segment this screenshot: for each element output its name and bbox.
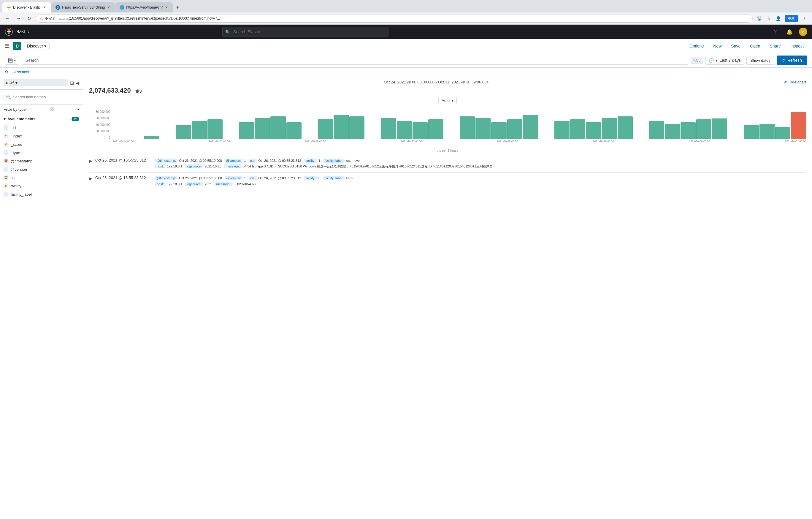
bar-13[interactable] <box>318 119 333 139</box>
app-badge[interactable]: D <box>13 42 21 50</box>
app-title-button[interactable]: Discover ▾ <box>24 42 50 50</box>
bar-18[interactable] <box>397 121 412 139</box>
field-type-badge-_id: t <box>4 125 8 130</box>
tab-close-syncthing[interactable]: ✕ <box>107 5 111 10</box>
bar-26[interactable] <box>523 115 538 139</box>
bookmark-icon[interactable]: ☆ <box>764 14 773 23</box>
tab-url[interactable]: 🌐 https://--/web/frame/cn/ ✕ <box>115 2 173 12</box>
bar-31[interactable] <box>602 118 617 139</box>
save-query-button[interactable]: 💾 ▾ <box>5 56 19 65</box>
bar-4[interactable] <box>176 125 191 139</box>
time-picker[interactable]: 🕐 ▾ Last 7 days <box>705 56 744 65</box>
bar-8[interactable] <box>239 122 254 139</box>
bar-32[interactable] <box>618 116 633 139</box>
field-item-_id[interactable]: t_id <box>0 124 83 132</box>
bar-19[interactable] <box>412 122 428 139</box>
menu-icon[interactable]: ⋮ <box>800 14 808 23</box>
field-item-cst[interactable]: 📅cst <box>0 173 83 182</box>
bar-28[interactable] <box>554 121 570 139</box>
share-button[interactable]: Share <box>766 42 784 50</box>
show-dates-button[interactable]: Show dates <box>746 56 774 65</box>
field-search-input[interactable] <box>4 93 79 101</box>
bar-22[interactable] <box>460 116 475 139</box>
address-text: 不安全 | 三三三:16:5601/app/discover#/?_g=(fil… <box>45 16 749 21</box>
search-input[interactable] <box>22 56 688 65</box>
field-tag-host-1: host: <box>155 164 165 168</box>
bar-11[interactable] <box>286 122 301 139</box>
new-button[interactable]: New <box>709 42 725 50</box>
bar-2[interactable] <box>144 136 160 139</box>
bar-6[interactable] <box>207 119 223 139</box>
bar-10[interactable] <box>270 116 286 139</box>
expand-row-1[interactable]: ▶ <box>89 159 92 169</box>
cast-icon[interactable]: 📡 <box>755 14 763 23</box>
bar-17[interactable] <box>381 118 396 139</box>
help-icon[interactable]: ? <box>771 27 780 36</box>
timestamp-text-1: Oct 25, 2021 @ 16:55:23.312 <box>95 158 146 162</box>
bar-9[interactable] <box>255 118 270 139</box>
field-item-@timestamp[interactable]: 📅@timestamp <box>0 157 83 165</box>
field-item-@version[interactable]: t@version <box>0 165 83 173</box>
filter-by-type[interactable]: Filter by type 0 ▾ <box>0 105 83 114</box>
profile-icon[interactable]: 👤 <box>774 14 782 23</box>
field-item-facility_label[interactable]: tfacility_label <box>0 190 83 198</box>
available-fields-header[interactable]: ▾ Available fields 19 <box>0 114 83 124</box>
back-button[interactable]: ← <box>4 14 12 23</box>
grid-icon[interactable]: ⊞ <box>70 80 74 86</box>
bar-40[interactable] <box>744 125 759 139</box>
add-filter-button[interactable]: + Add filter <box>11 70 29 74</box>
bar-38[interactable] <box>712 118 727 139</box>
reload-button[interactable]: ↻ <box>25 14 33 23</box>
address-bar[interactable]: ⚠ 不安全 | 三三三:16:5601/app/discover#/?_g=(f… <box>36 15 753 23</box>
field-item-_type[interactable]: t_type <box>0 148 83 157</box>
bar-24[interactable] <box>491 122 506 139</box>
hits-number: 2,074,633,420 <box>89 87 131 94</box>
index-pattern-selector[interactable]: raw* ▾ <box>4 79 68 86</box>
bar-29[interactable] <box>570 119 585 139</box>
elastic-logo[interactable]: elastic <box>5 28 29 36</box>
notifications-icon[interactable]: 🔔 <box>785 27 794 36</box>
tab-add-button[interactable]: + <box>173 3 182 11</box>
tab-elastic[interactable]: Discover - Elastic ✕ <box>2 2 51 12</box>
user-avatar[interactable]: e <box>799 28 807 36</box>
field-item-_score[interactable]: #_score <box>0 140 83 148</box>
forward-button[interactable]: → <box>14 14 23 23</box>
bar-43[interactable] <box>791 112 806 139</box>
bar-20[interactable] <box>428 119 443 139</box>
top-search-input[interactable] <box>222 27 388 37</box>
bar-14[interactable] <box>334 115 349 139</box>
hamburger-menu[interactable]: ☰ <box>5 43 9 49</box>
browser-action-icons: 📡 ☆ 👤 <box>755 14 782 23</box>
sidebar-collapse-button[interactable]: ◀ <box>76 80 79 86</box>
options-button[interactable]: Options <box>686 42 707 50</box>
bar-30[interactable] <box>586 122 601 139</box>
tab-syncthing[interactable]: S HsiaoTien-Serv | Syncthing ✕ <box>51 2 115 12</box>
bar-41[interactable] <box>759 124 775 139</box>
bar-34[interactable] <box>649 121 664 139</box>
bar-5[interactable] <box>192 121 207 139</box>
update-button[interactable]: 更新 <box>785 15 798 22</box>
save-query-icon: 💾 <box>8 58 13 63</box>
auto-interval-select[interactable]: Auto ▾ <box>438 97 457 104</box>
bar-35[interactable] <box>665 124 680 139</box>
hide-chart-button[interactable]: 👁 Hide chart <box>784 80 806 84</box>
bar-25[interactable] <box>507 119 522 139</box>
field-item-facility[interactable]: #facility <box>0 182 83 190</box>
histogram: 80,000,000 60,000,000 40,000,000 20,000,… <box>83 107 812 148</box>
tab-close-url[interactable]: ✕ <box>165 5 169 10</box>
field-name-_score: _score <box>11 142 22 147</box>
save-button[interactable]: Save <box>727 42 744 50</box>
expand-row-2[interactable]: ▶ <box>89 176 92 187</box>
bar-36[interactable] <box>680 122 696 139</box>
bar-23[interactable] <box>475 118 491 139</box>
top-search-bar[interactable]: 🔍 <box>222 27 388 37</box>
field-item-_index[interactable]: t_index <box>0 132 83 140</box>
tab-close-elastic[interactable]: ✕ <box>42 5 47 10</box>
inspect-button[interactable]: Inspect <box>787 42 807 50</box>
kql-badge[interactable]: KQL <box>691 57 703 64</box>
refresh-button[interactable]: ↻ Refresh <box>777 56 807 65</box>
bar-15[interactable] <box>349 116 365 139</box>
bar-37[interactable] <box>696 119 712 139</box>
bar-42[interactable] <box>775 127 790 139</box>
open-button[interactable]: Open <box>746 42 764 50</box>
